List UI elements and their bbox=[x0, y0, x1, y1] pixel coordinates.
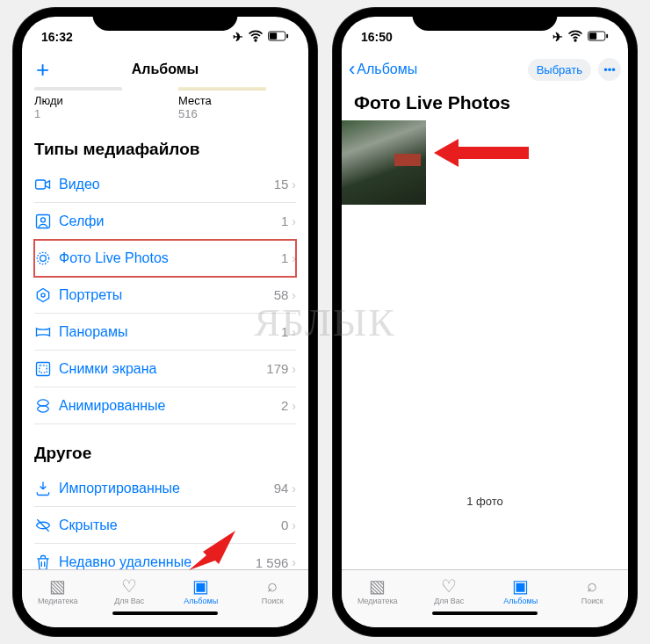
svg-point-8 bbox=[37, 252, 48, 264]
search-icon: ⌕ bbox=[587, 575, 597, 597]
chevron-right-icon: › bbox=[292, 177, 296, 192]
trash-icon bbox=[34, 554, 59, 569]
row-screenshots[interactable]: Снимки экрана 179 › bbox=[34, 351, 296, 387]
row-imported[interactable]: Импортированные 94 › bbox=[34, 470, 296, 507]
tab-library[interactable]: ▧Медиатека bbox=[342, 570, 414, 627]
status-time: 16:32 bbox=[41, 30, 73, 44]
svg-marker-12 bbox=[189, 531, 235, 570]
row-animated[interactable]: Анимированные 2 › bbox=[34, 387, 296, 424]
panorama-icon bbox=[34, 323, 59, 341]
more-button[interactable]: ••• bbox=[598, 58, 621, 81]
photo-count-label: 1 фото bbox=[342, 495, 628, 508]
status-icons: ✈︎ bbox=[233, 27, 289, 47]
chevron-right-icon: › bbox=[292, 555, 296, 569]
page-title: Фото Live Photos bbox=[354, 87, 616, 120]
back-button[interactable]: ‹ Альбомы bbox=[349, 60, 417, 79]
svg-point-13 bbox=[574, 40, 576, 41]
portrait-icon bbox=[34, 286, 59, 304]
livephoto-icon bbox=[34, 250, 59, 267]
notch bbox=[413, 8, 558, 31]
battery-icon bbox=[588, 30, 609, 44]
svg-rect-3 bbox=[270, 33, 277, 39]
annotation-arrow-thumb bbox=[434, 135, 531, 170]
tab-for-you[interactable]: ♡Для Вас bbox=[94, 570, 166, 627]
row-recently-deleted[interactable]: Недавно удаленные 1 596 › bbox=[34, 544, 296, 569]
status-icons: ✈︎ bbox=[552, 27, 609, 47]
battery-icon bbox=[268, 30, 289, 44]
selfie-icon bbox=[34, 213, 59, 230]
navbar: + Альбомы bbox=[22, 52, 308, 87]
row-panoramas[interactable]: Панорамы 1 › bbox=[34, 314, 296, 351]
wifi-icon bbox=[247, 27, 264, 47]
phone-right: 16:50 ✈︎ ‹ Альбомы Выбрать ••• Фот bbox=[333, 8, 637, 636]
chevron-right-icon: › bbox=[292, 325, 296, 339]
tab-albums[interactable]: ▣Альбомы bbox=[485, 570, 557, 627]
status-time: 16:50 bbox=[361, 30, 393, 44]
svg-point-6 bbox=[41, 217, 46, 221]
row-hidden[interactable]: Скрытые 0 › bbox=[34, 507, 296, 544]
section-other: Другое bbox=[34, 444, 296, 463]
airplane-icon: ✈︎ bbox=[233, 30, 243, 44]
tabbar: ▧Медиатека ♡Для Вас ▣Альбомы ⌕Поиск bbox=[22, 569, 308, 627]
album-people[interactable]: Люди 1 bbox=[34, 87, 122, 120]
svg-rect-4 bbox=[36, 180, 46, 189]
for-you-icon: ♡ bbox=[441, 575, 457, 597]
chevron-right-icon: › bbox=[292, 362, 296, 376]
row-selfie[interactable]: Селфи 1 › bbox=[34, 203, 296, 240]
chevron-left-icon: ‹ bbox=[349, 60, 355, 79]
svg-rect-2 bbox=[286, 34, 288, 39]
svg-rect-16 bbox=[589, 33, 596, 39]
chevron-right-icon: › bbox=[292, 288, 296, 302]
svg-rect-11 bbox=[40, 365, 47, 372]
import-icon bbox=[34, 480, 59, 497]
svg-point-0 bbox=[255, 40, 256, 41]
video-icon bbox=[34, 176, 59, 193]
home-indicator[interactable] bbox=[112, 611, 218, 615]
chevron-right-icon: › bbox=[292, 251, 296, 265]
chevron-right-icon: › bbox=[292, 399, 296, 413]
tab-search[interactable]: ⌕Поиск bbox=[557, 570, 629, 627]
hidden-icon bbox=[34, 517, 59, 534]
nav-title: Альбомы bbox=[22, 62, 308, 77]
svg-rect-15 bbox=[606, 34, 608, 39]
chevron-right-icon: › bbox=[292, 481, 296, 496]
navbar: ‹ Альбомы Выбрать ••• bbox=[342, 52, 628, 87]
albums-icon: ▣ bbox=[512, 575, 529, 597]
svg-rect-10 bbox=[37, 362, 50, 375]
screenshot-icon bbox=[34, 360, 59, 378]
select-button[interactable]: Выбрать bbox=[528, 59, 591, 81]
chevron-right-icon: › bbox=[292, 518, 296, 532]
search-icon: ⌕ bbox=[267, 575, 278, 597]
library-icon: ▧ bbox=[49, 575, 66, 597]
album-places[interactable]: Места 516 bbox=[178, 87, 266, 120]
svg-point-9 bbox=[41, 293, 45, 296]
tab-for-you[interactable]: ♡Для Вас bbox=[414, 570, 486, 627]
animated-icon bbox=[34, 397, 59, 415]
annotation-arrow-tab bbox=[180, 513, 250, 583]
section-media-types: Типы медиафайлов bbox=[34, 140, 296, 159]
chevron-right-icon: › bbox=[292, 214, 296, 228]
library-icon: ▧ bbox=[369, 575, 386, 597]
albums-content[interactable]: Люди 1 Места 516 Типы медиафайлов Видео … bbox=[22, 87, 308, 569]
svg-point-7 bbox=[40, 255, 47, 261]
for-you-icon: ♡ bbox=[121, 575, 137, 597]
notch bbox=[93, 8, 238, 31]
svg-marker-17 bbox=[434, 139, 529, 167]
home-indicator[interactable] bbox=[432, 611, 538, 615]
tab-library[interactable]: ▧Медиатека bbox=[22, 570, 94, 627]
svg-rect-5 bbox=[37, 214, 50, 228]
row-video[interactable]: Видео 15 › bbox=[34, 166, 296, 203]
wifi-icon bbox=[567, 27, 584, 47]
phone-left: 16:32 ✈︎ + Альбомы Люди 1 bbox=[13, 8, 317, 636]
tabbar: ▧Медиатека ♡Для Вас ▣Альбомы ⌕Поиск bbox=[342, 569, 628, 627]
photo-thumbnail[interactable] bbox=[342, 120, 426, 205]
row-portraits[interactable]: Портреты 58 › bbox=[34, 277, 296, 314]
row-live-photos[interactable]: Фото Live Photos 1 › bbox=[34, 240, 296, 277]
airplane-icon: ✈︎ bbox=[552, 30, 563, 44]
